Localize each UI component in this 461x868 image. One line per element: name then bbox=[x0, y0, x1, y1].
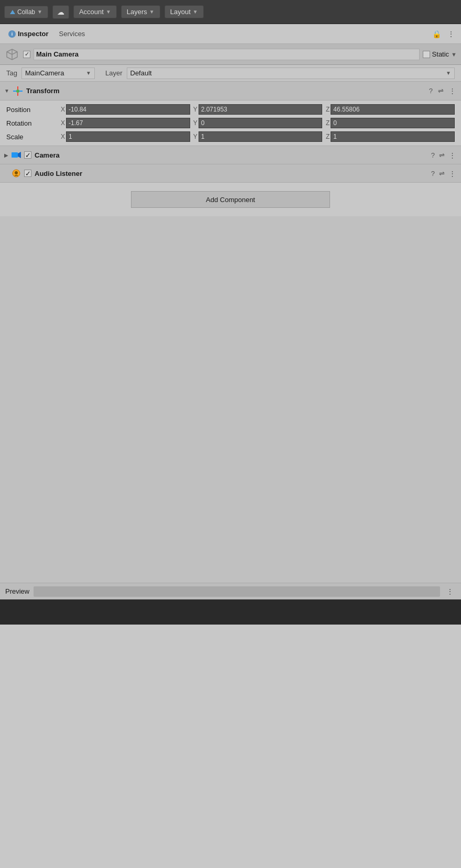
add-component-area: Add Component bbox=[0, 183, 461, 216]
camera-component-section: ▶ ✓ Camera ? ⇌ ⋮ bbox=[0, 146, 461, 164]
rotation-y-field: Y bbox=[191, 118, 323, 128]
audio-enabled-checkbox[interactable]: ✓ bbox=[24, 170, 31, 177]
tag-label: Tag bbox=[6, 69, 17, 77]
audio-settings-icon[interactable]: ⇌ bbox=[438, 169, 446, 179]
scale-y-input[interactable] bbox=[199, 131, 323, 142]
audio-listener-section: ▶ ✓ Audio Listener ? ⇌ ⋮ bbox=[0, 164, 461, 183]
audio-icon bbox=[12, 169, 21, 178]
static-dropdown-icon[interactable]: ▼ bbox=[451, 51, 457, 58]
tag-dropdown[interactable]: MainCamera ▼ bbox=[21, 68, 95, 79]
inspector-tab[interactable]: i Inspector bbox=[4, 28, 53, 40]
scale-xyz-group: X Y Z bbox=[59, 131, 455, 142]
transform-settings-icon[interactable]: ⇌ bbox=[437, 86, 445, 96]
camera-help-icon[interactable]: ? bbox=[430, 150, 436, 160]
transform-collapse-icon[interactable]: ▼ bbox=[4, 88, 9, 94]
position-z-field: Z bbox=[323, 104, 455, 115]
static-area: Static ▼ bbox=[423, 50, 457, 58]
preview-bar: Preview ⋮ bbox=[0, 583, 461, 599]
cloud-icon: ☁ bbox=[57, 8, 64, 16]
transform-title: Transform bbox=[26, 87, 425, 95]
camera-more-icon[interactable]: ⋮ bbox=[448, 150, 457, 160]
rotation-x-input[interactable] bbox=[66, 118, 190, 128]
svg-marker-6 bbox=[18, 152, 21, 158]
scale-x-input[interactable] bbox=[66, 131, 190, 142]
rotation-z-field: Z bbox=[323, 118, 455, 128]
layers-label: Layers bbox=[127, 8, 147, 16]
camera-component-icons: ? ⇌ ⋮ bbox=[430, 150, 457, 160]
toolbar: Collab ▼ ☁ Account ▼ Layers ▼ Layout ▼ bbox=[0, 0, 461, 24]
cloud-button[interactable]: ☁ bbox=[52, 5, 69, 19]
position-y-input[interactable] bbox=[199, 104, 323, 115]
collab-button[interactable]: Collab ▼ bbox=[4, 6, 48, 18]
preview-more-icon[interactable]: ⋮ bbox=[444, 586, 456, 597]
preview-tab-bar bbox=[34, 586, 440, 597]
dark-bottom-area bbox=[0, 599, 461, 625]
camera-collapse-icon[interactable]: ▶ bbox=[4, 152, 8, 158]
audio-help-icon[interactable]: ? bbox=[430, 169, 436, 179]
position-x-input[interactable] bbox=[66, 104, 190, 115]
add-component-button[interactable]: Add Component bbox=[131, 191, 330, 208]
account-button[interactable]: Account ▼ bbox=[73, 5, 117, 18]
rotation-row: Rotation X Y Z bbox=[0, 116, 461, 130]
account-arrow-icon: ▼ bbox=[106, 9, 111, 15]
layer-arrow-icon: ▼ bbox=[446, 70, 451, 76]
lock-icon[interactable]: 🔒 bbox=[430, 29, 443, 39]
scale-x-label: X bbox=[59, 133, 66, 140]
position-xyz-group: X Y Z bbox=[59, 104, 455, 115]
audio-more-icon[interactable]: ⋮ bbox=[448, 169, 457, 179]
scale-label: Scale bbox=[6, 133, 59, 141]
transform-icon bbox=[13, 86, 23, 96]
svg-point-8 bbox=[15, 171, 18, 174]
object-cube-icon bbox=[4, 47, 20, 62]
transform-more-icon[interactable]: ⋮ bbox=[448, 86, 457, 96]
position-x-label: X bbox=[59, 106, 66, 113]
scale-y-label: Y bbox=[191, 133, 199, 140]
object-row: ✓ Static ▼ bbox=[0, 44, 461, 65]
scale-x-field: X bbox=[59, 131, 190, 142]
object-enabled-checkbox[interactable]: ✓ bbox=[23, 51, 30, 58]
rotation-x-field: X bbox=[59, 118, 190, 128]
transform-section-icons: ? ⇌ ⋮ bbox=[428, 86, 457, 96]
camera-settings-icon[interactable]: ⇌ bbox=[438, 150, 446, 160]
position-y-label: Y bbox=[191, 106, 199, 113]
tag-layer-row: Tag MainCamera ▼ Layer Default ▼ bbox=[0, 65, 461, 82]
layers-button[interactable]: Layers ▼ bbox=[121, 5, 160, 18]
position-z-input[interactable] bbox=[331, 104, 455, 115]
static-label: Static bbox=[432, 50, 449, 58]
audio-listener-header: ▶ ✓ Audio Listener ? ⇌ ⋮ bbox=[0, 164, 461, 182]
services-tab-label: Services bbox=[59, 30, 85, 38]
object-name-input[interactable] bbox=[34, 49, 420, 60]
svg-point-0 bbox=[16, 90, 19, 93]
rotation-y-label: Y bbox=[191, 119, 199, 127]
camera-enabled-checkbox[interactable]: ✓ bbox=[24, 151, 31, 159]
audio-component-icons: ? ⇌ ⋮ bbox=[430, 169, 457, 179]
layer-label: Layer bbox=[105, 69, 123, 77]
rotation-z-label: Z bbox=[323, 119, 331, 127]
rotation-y-input[interactable] bbox=[199, 118, 323, 128]
layers-arrow-icon: ▼ bbox=[149, 9, 155, 15]
static-checkbox[interactable] bbox=[423, 51, 430, 58]
position-label: Position bbox=[6, 106, 59, 114]
camera-icon bbox=[12, 150, 21, 160]
transform-section-header: ▼ Transform ? ⇌ ⋮ bbox=[0, 82, 461, 101]
scale-y-field: Y bbox=[191, 131, 323, 142]
account-label: Account bbox=[79, 8, 104, 16]
position-z-label: Z bbox=[323, 106, 331, 113]
layout-button[interactable]: Layout ▼ bbox=[164, 5, 204, 18]
rotation-z-input[interactable] bbox=[331, 118, 455, 128]
position-y-field: Y bbox=[191, 104, 323, 115]
inspector-tab-label: Inspector bbox=[18, 30, 49, 38]
scale-z-field: Z bbox=[323, 131, 455, 142]
services-tab[interactable]: Services bbox=[55, 28, 90, 40]
transform-help-icon[interactable]: ? bbox=[428, 86, 434, 96]
collab-arrow-icon: ▼ bbox=[37, 9, 42, 15]
svg-rect-5 bbox=[12, 152, 18, 158]
more-options-icon[interactable]: ⋮ bbox=[445, 29, 457, 39]
rotation-xyz-group: X Y Z bbox=[59, 118, 455, 128]
checkbox-check-icon: ✓ bbox=[25, 51, 29, 58]
scale-z-input[interactable] bbox=[331, 131, 455, 142]
layer-dropdown[interactable]: Default ▼ bbox=[127, 68, 455, 79]
add-component-label: Add Component bbox=[206, 196, 255, 204]
camera-component-header: ▶ ✓ Camera ? ⇌ ⋮ bbox=[0, 146, 461, 164]
layout-arrow-icon: ▼ bbox=[193, 9, 198, 15]
